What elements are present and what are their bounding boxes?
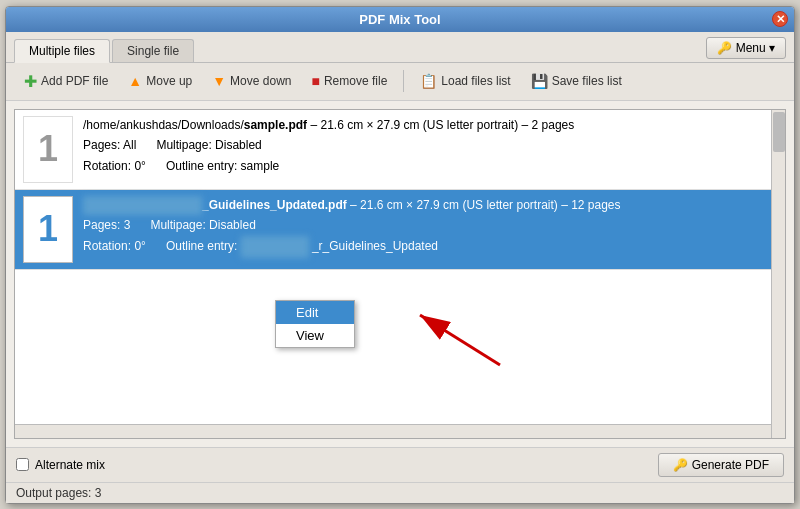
bottom-bar: Alternate mix 🔑 Generate PDF	[6, 447, 794, 482]
toolbar: ✚ Add PDF file ▲ Move up ▼ Move down ■ R…	[6, 63, 794, 101]
file-rotation-2: Rotation: 0° Outline entry: ████████ _r_…	[83, 236, 777, 258]
file-row-1[interactable]: 1 /home/ankushdas/Downloads/sample.pdf –…	[15, 110, 785, 190]
save-files-button[interactable]: 💾 Save files list	[523, 70, 630, 92]
menu-icon: 🔑	[717, 41, 732, 55]
add-icon: ✚	[24, 72, 37, 91]
window-title: PDF Mix Tool	[359, 12, 440, 27]
file-info-2: ██████████████_Guidelines_Updated.pdf – …	[83, 196, 777, 263]
file-title-2: ██████████████_Guidelines_Updated.pdf – …	[83, 196, 777, 215]
file-number-1: 1	[23, 116, 73, 183]
svg-line-1	[420, 315, 500, 365]
file-pages-1: Pages: All Multipage: Disabled	[83, 135, 777, 157]
move-up-icon: ▲	[128, 73, 142, 89]
context-menu-edit[interactable]: Edit	[276, 301, 354, 324]
horizontal-scrollbar[interactable]	[15, 424, 771, 438]
move-down-button[interactable]: ▼ Move down	[204, 70, 299, 92]
generate-icon: 🔑	[673, 458, 688, 472]
generate-pdf-button[interactable]: 🔑 Generate PDF	[658, 453, 784, 477]
add-pdf-button[interactable]: ✚ Add PDF file	[16, 69, 116, 94]
main-window: PDF Mix Tool ✕ Multiple files Single fil…	[5, 6, 795, 504]
tab-multiple-files[interactable]: Multiple files	[14, 39, 110, 63]
menu-button[interactable]: 🔑 Multiple files Menu ▾	[706, 37, 786, 59]
files-list[interactable]: 1 /home/ankushdas/Downloads/sample.pdf –…	[14, 109, 786, 439]
move-down-icon: ▼	[212, 73, 226, 89]
alternate-mix-label: Alternate mix	[35, 458, 105, 472]
load-files-button[interactable]: 📋 Load files list	[412, 70, 518, 92]
status-bar: Output pages: 3	[6, 482, 794, 503]
file-info-1: /home/ankushdas/Downloads/sample.pdf – 2…	[83, 116, 777, 183]
file-number-2: 1	[23, 196, 73, 263]
close-button[interactable]: ✕	[772, 11, 788, 27]
arrow-indicator	[345, 295, 505, 375]
file-row-2[interactable]: 1 ██████████████_Guidelines_Updated.pdf …	[15, 190, 785, 270]
vertical-scrollbar[interactable]	[771, 110, 785, 438]
context-menu-view[interactable]: View	[276, 324, 354, 347]
remove-file-button[interactable]: ■ Remove file	[303, 70, 395, 92]
load-icon: 📋	[420, 73, 437, 89]
tab-single-file[interactable]: Single file	[112, 39, 194, 62]
tab-bar: Multiple files Single file 🔑 Multiple fi…	[6, 32, 794, 63]
alternate-mix-container: Alternate mix	[16, 458, 105, 472]
title-bar: PDF Mix Tool ✕	[6, 7, 794, 32]
content-area: 1 /home/ankushdas/Downloads/sample.pdf –…	[6, 101, 794, 447]
toolbar-separator	[403, 70, 404, 92]
scrollbar-thumb[interactable]	[773, 112, 785, 152]
move-up-button[interactable]: ▲ Move up	[120, 70, 200, 92]
save-icon: 💾	[531, 73, 548, 89]
context-menu: Edit View	[275, 300, 355, 348]
file-title-1: /home/ankushdas/Downloads/sample.pdf – 2…	[83, 116, 777, 135]
alternate-mix-checkbox[interactable]	[16, 458, 29, 471]
remove-icon: ■	[311, 73, 319, 89]
file-rotation-1: Rotation: 0° Outline entry: sample	[83, 156, 777, 178]
tabs-container: Multiple files Single file	[14, 39, 194, 62]
file-pages-2: Pages: 3 Multipage: Disabled	[83, 215, 777, 237]
output-pages-label: Output pages: 3	[16, 486, 101, 500]
